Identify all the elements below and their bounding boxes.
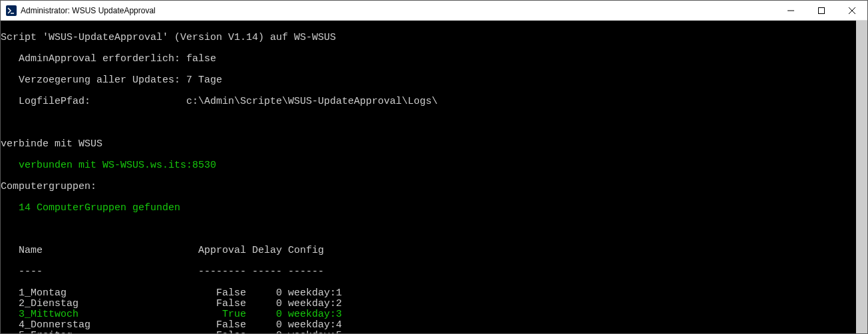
- blank-line: [1, 118, 867, 128]
- maximize-button[interactable]: [806, 1, 837, 21]
- groups-label: Computergruppen:: [1, 182, 867, 192]
- script-header-line: Script 'WSUS-UpdateApproval' (Version V1…: [1, 33, 867, 43]
- console-output: Script 'WSUS-UpdateApproval' (Version V1…: [1, 21, 867, 334]
- admin-approval-line: AdminApproval erforderlich: false: [1, 54, 867, 65]
- connect-status: verbunden mit WS-WSUS.ws.its:8530: [1, 160, 867, 171]
- titlebar[interactable]: Administrator: WSUS UpdateApproval: [1, 1, 867, 21]
- groups-found: 14 ComputerGruppen gefunden: [1, 203, 867, 214]
- table-row: 1_Montag False 0 weekday:1: [1, 288, 867, 299]
- close-button[interactable]: [837, 1, 867, 21]
- delay-line: Verzoegerung aller Updates: 7 Tage: [1, 75, 867, 86]
- vertical-scrollbar[interactable]: [856, 21, 867, 333]
- table-separator: ---- -------- ----- ------: [1, 267, 867, 277]
- blank-line: [1, 224, 867, 235]
- scrollbar-thumb[interactable]: [856, 21, 867, 333]
- console-area[interactable]: Script 'WSUS-UpdateApproval' (Version V1…: [1, 21, 867, 333]
- table-header: Name Approval Delay Config: [1, 246, 867, 256]
- powershell-icon: [6, 5, 17, 16]
- table-row: 3_Mittwoch True 0 weekday:3: [1, 309, 867, 320]
- logpath-line: LogfilePfad: c:\Admin\Scripte\WSUS-Updat…: [1, 96, 867, 107]
- window-title: Administrator: WSUS UpdateApproval: [21, 6, 156, 15]
- table-body: 1_Montag False 0 weekday:1 2_Dienstag Fa…: [1, 288, 867, 334]
- table-row: 2_Dienstag False 0 weekday:2: [1, 299, 867, 309]
- table-row: 4_Donnerstag False 0 weekday:4: [1, 320, 867, 331]
- svg-rect-2: [819, 7, 825, 13]
- minimize-button[interactable]: [776, 1, 806, 21]
- connect-label: verbinde mit WSUS: [1, 139, 867, 150]
- table-row: 5_Freitag False 0 weekday:5: [1, 331, 867, 334]
